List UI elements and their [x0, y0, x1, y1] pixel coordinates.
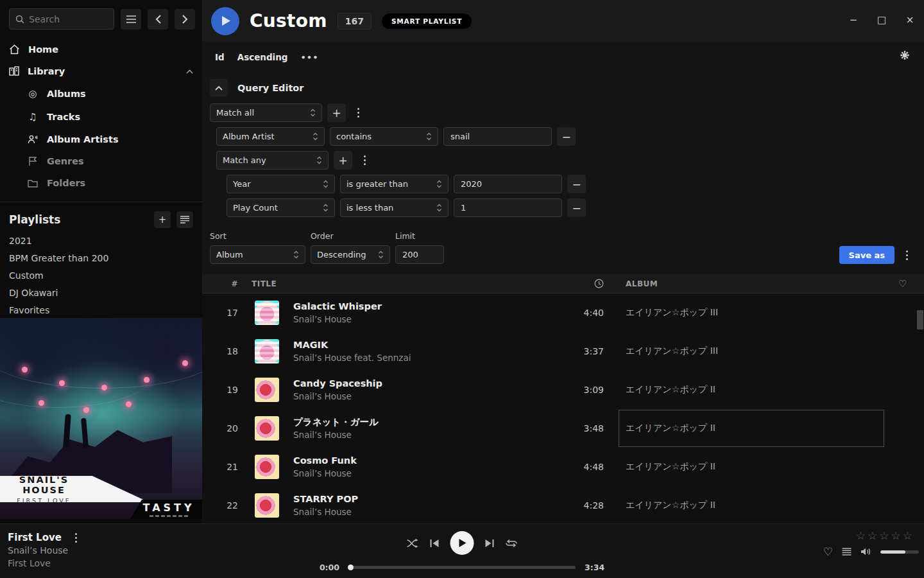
- sidebar-item-genres[interactable]: Genres: [0, 150, 202, 172]
- duration-column-header[interactable]: [562, 279, 613, 288]
- rule-field-select[interactable]: Album Artist: [216, 127, 325, 146]
- next-button[interactable]: [485, 539, 495, 548]
- window-close-button[interactable]: ×: [905, 14, 915, 26]
- menu-button[interactable]: [121, 9, 141, 30]
- sort-direction-button[interactable]: Ascending: [237, 52, 288, 62]
- remove-rule-button[interactable]: −: [567, 198, 586, 217]
- rule-operator-select[interactable]: contains: [330, 127, 438, 146]
- playlist-item[interactable]: BPM Greater than 200: [0, 249, 202, 267]
- repeat-button[interactable]: [506, 539, 518, 548]
- seek-slider[interactable]: [348, 566, 576, 569]
- playlist-item[interactable]: Custom: [0, 267, 202, 284]
- remove-rule-button[interactable]: −: [557, 127, 576, 146]
- rule-field-select[interactable]: Play Count: [227, 198, 335, 217]
- smart-playlist-badge: SMART PLAYLIST: [382, 13, 472, 29]
- playlist-item[interactable]: DJ Okawari: [0, 284, 202, 301]
- seek-handle[interactable]: [348, 565, 354, 570]
- search-input[interactable]: [29, 14, 99, 24]
- rule-operator-select[interactable]: is greater than: [340, 175, 449, 193]
- select-chevron-icon: [436, 180, 442, 188]
- album-column-header[interactable]: ALBUM: [613, 279, 898, 288]
- favorite-column-header[interactable]: ♡: [898, 278, 924, 290]
- playlist-item[interactable]: Favorites: [0, 301, 202, 319]
- sort-select[interactable]: Album: [210, 245, 305, 264]
- window-maximize-button[interactable]: □: [877, 14, 887, 26]
- track-artist[interactable]: Snail’s House: [293, 467, 562, 480]
- sidebar-item-tracks[interactable]: ♫ Tracks: [0, 105, 202, 128]
- track-album[interactable]: エイリアン☆ポップ II: [613, 448, 898, 486]
- play-pause-button[interactable]: [450, 531, 474, 555]
- nav-forward-button[interactable]: [175, 9, 195, 30]
- sidebar-item-label: Home: [28, 44, 58, 55]
- collapse-chevron-icon[interactable]: [186, 69, 193, 74]
- queue-button[interactable]: [842, 548, 851, 556]
- track-row[interactable]: 22 STARRY POP Snail’s House 4:28 エイリアン☆ポ…: [202, 486, 924, 525]
- rule-menu-button[interactable]: [351, 103, 365, 122]
- scrollbar-thumb[interactable]: [917, 310, 923, 329]
- query-editor-collapse-button[interactable]: [210, 79, 228, 96]
- rule-field-select[interactable]: Year: [227, 175, 335, 193]
- track-artist[interactable]: Snail’s House: [293, 428, 562, 441]
- title-column-header[interactable]: TITLE: [243, 279, 562, 288]
- track-album[interactable]: エイリアン☆ポップ III: [613, 332, 898, 371]
- volume-icon[interactable]: [860, 547, 871, 556]
- index-column-header[interactable]: #: [212, 279, 243, 288]
- search-box[interactable]: [9, 8, 114, 30]
- sidebar-item-albums[interactable]: ◎ Albums: [0, 82, 202, 105]
- track-album[interactable]: エイリアン☆ポップ III: [613, 293, 898, 332]
- home-icon: [9, 44, 20, 55]
- track-row[interactable]: 20 プラネット・ガール Snail’s House 3:48 エイリアン☆ポッ…: [202, 409, 924, 448]
- settings-gear-icon[interactable]: [900, 50, 910, 60]
- rule-value-input[interactable]: [454, 175, 562, 193]
- window-minimize-button[interactable]: −: [848, 14, 859, 26]
- group-menu-button[interactable]: [357, 151, 372, 170]
- add-rule-button[interactable]: +: [327, 103, 346, 122]
- playlist-item[interactable]: 2021: [0, 232, 202, 249]
- track-artist[interactable]: Snail’s House feat. Sennzai: [293, 351, 562, 364]
- volume-slider[interactable]: [880, 550, 919, 554]
- track-artist[interactable]: Snail’s House: [293, 390, 562, 403]
- track-album[interactable]: エイリアン☆ポップ II: [613, 371, 898, 409]
- save-menu-button[interactable]: [900, 246, 914, 264]
- favorite-button[interactable]: ♡: [823, 545, 833, 558]
- match-type-select[interactable]: Match all: [210, 103, 322, 122]
- rating-stars[interactable]: ☆☆☆☆☆: [856, 529, 914, 542]
- now-playing-menu-button[interactable]: [69, 532, 83, 543]
- track-row[interactable]: 17 Galactic Whisper Snail’s House 4:40 エ…: [202, 293, 924, 332]
- sidebar-item-album-artists[interactable]: Album Artists: [0, 128, 202, 150]
- focused-cell-outline: [619, 410, 884, 447]
- more-options-button[interactable]: •••: [301, 53, 319, 62]
- save-as-button[interactable]: Save as: [839, 246, 894, 264]
- add-playlist-button[interactable]: +: [154, 211, 171, 228]
- track-album[interactable]: エイリアン☆ポップ II: [613, 486, 898, 525]
- rule-value-input[interactable]: [443, 127, 552, 146]
- now-playing-title[interactable]: First Love: [8, 531, 62, 544]
- track-row[interactable]: 18 MAGIK Snail’s House feat. Sennzai 3:3…: [202, 332, 924, 371]
- nav-back-button[interactable]: [148, 9, 168, 30]
- track-row[interactable]: 19 Candy Spaceship Snail’s House 3:09 エイ…: [202, 371, 924, 409]
- rule-value-input[interactable]: [454, 198, 562, 217]
- track-artist[interactable]: Snail’s House: [293, 505, 562, 518]
- previous-button[interactable]: [430, 539, 440, 548]
- group-match-type-select[interactable]: Match any: [216, 151, 329, 170]
- shuffle-button[interactable]: [407, 539, 419, 548]
- sidebar-item-folders[interactable]: Folders: [0, 172, 202, 194]
- remove-rule-button[interactable]: −: [567, 175, 586, 193]
- rule-operator-select[interactable]: is less than: [340, 198, 449, 217]
- track-artist[interactable]: Snail’s House: [293, 313, 562, 326]
- sidebar-item-library[interactable]: Library: [0, 60, 202, 82]
- track-album-focused-cell[interactable]: エイリアン☆ポップ II: [613, 409, 898, 448]
- play-playlist-button[interactable]: [211, 7, 239, 35]
- track-row[interactable]: 21 Cosmo Funk Snail’s House 4:48 エイリアン☆ポ…: [202, 448, 924, 486]
- now-playing-album[interactable]: First Love: [8, 557, 83, 570]
- lantern-string: [0, 337, 154, 408]
- now-playing-artist[interactable]: Snail’s House: [8, 544, 83, 557]
- sort-field-button[interactable]: Id: [215, 52, 225, 62]
- add-group-rule-button[interactable]: +: [334, 151, 352, 170]
- sidebar-item-home[interactable]: Home: [0, 39, 202, 60]
- now-playing-album-art[interactable]: SNAIL'S HOUSE FIRST LOVE TASTY: [0, 318, 202, 519]
- art-watermark-subtext: [144, 515, 188, 517]
- limit-input[interactable]: [395, 245, 444, 264]
- playlist-list-button[interactable]: [176, 211, 193, 228]
- order-select[interactable]: Descending: [311, 245, 390, 264]
